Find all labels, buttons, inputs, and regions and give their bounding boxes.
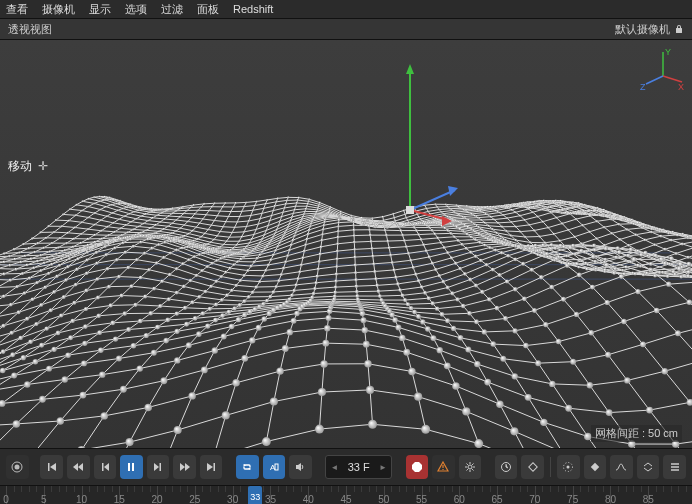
ruler-tick-minor — [512, 486, 513, 492]
ruler-tick-minor — [331, 486, 332, 492]
menu-panel[interactable]: 面板 — [197, 2, 219, 17]
pause-button[interactable] — [120, 455, 143, 479]
sound-button[interactable] — [289, 455, 312, 479]
ruler-tick-minor — [97, 486, 98, 492]
svg-point-19 — [468, 465, 472, 469]
next-key-button[interactable] — [173, 455, 196, 479]
ruler-tick-minor — [490, 486, 491, 492]
timeline-ruler[interactable]: 051015202530354045505560657075808533 — [0, 485, 692, 504]
svg-marker-16 — [412, 462, 422, 472]
ruler-tick-minor — [391, 486, 392, 492]
ruler-tick-minor — [618, 486, 619, 492]
grid-spacing-label: 网格间距 : 50 cm — [591, 425, 682, 442]
frame-decrement-icon[interactable]: ◄ — [330, 463, 338, 472]
ruler-tick-label: 30 — [227, 494, 238, 504]
ruler-tick-minor — [444, 486, 445, 492]
ruler-tick-minor — [263, 486, 264, 492]
goto-end-button[interactable] — [200, 455, 223, 479]
frame-increment-icon[interactable]: ► — [379, 463, 387, 472]
loop-button[interactable] — [236, 455, 259, 479]
menu-display[interactable]: 显示 — [89, 2, 111, 17]
camera-selector[interactable]: 默认摄像机 — [615, 22, 670, 37]
ruler-tick-minor — [656, 486, 657, 492]
ruler-tick-minor — [558, 486, 559, 492]
svg-rect-21 — [528, 463, 536, 471]
svg-line-9 — [646, 76, 663, 84]
mesh-canvas — [0, 40, 692, 448]
keyframe-button[interactable] — [521, 455, 544, 479]
ruler-tick-minor — [678, 486, 679, 492]
svg-rect-12 — [128, 463, 130, 471]
ruler-tick-minor — [399, 486, 400, 492]
svg-point-11 — [15, 465, 20, 470]
viewport[interactable]: 移动✛ Y X Z 网格间距 : 50 cm — [0, 40, 692, 448]
ruler-tick-label: 40 — [303, 494, 314, 504]
fcurve-button[interactable] — [610, 455, 633, 479]
current-frame-field[interactable]: ◄ 33 F ► — [325, 455, 391, 479]
viewport-title: 透视视图 — [8, 22, 52, 37]
ruler-tick-minor — [293, 486, 294, 492]
warning-button[interactable] — [432, 455, 455, 479]
ruler-tick-minor — [338, 486, 339, 492]
menu-redshift[interactable]: Redshift — [233, 3, 273, 15]
ruler-tick-minor — [301, 486, 302, 492]
ruler-tick-minor — [633, 486, 634, 492]
ruler-tick-label: 60 — [454, 494, 465, 504]
ruler-tick-label: 0 — [3, 494, 9, 504]
ruler-tick-minor — [316, 486, 317, 492]
ruler-tick-minor — [210, 486, 211, 492]
lock-icon[interactable] — [674, 24, 684, 34]
ruler-tick-minor — [626, 486, 627, 492]
ruler-tick-minor — [565, 486, 566, 492]
ruler-tick-minor — [165, 486, 166, 492]
expand-button[interactable] — [637, 455, 660, 479]
ruler-tick-label: 45 — [340, 494, 351, 504]
ruler-tick-minor — [150, 486, 151, 492]
ruler-tick-minor — [520, 486, 521, 492]
clock-button[interactable] — [495, 455, 518, 479]
playhead[interactable]: 33 — [248, 486, 262, 504]
prev-key-button[interactable] — [67, 455, 90, 479]
ruler-tick-minor — [89, 486, 90, 492]
settings-button[interactable] — [459, 455, 482, 479]
menu-camera[interactable]: 摄像机 — [42, 2, 75, 17]
ruler-tick-label: 5 — [41, 494, 47, 504]
menu-button[interactable] — [663, 455, 686, 479]
ruler-tick-minor — [202, 486, 203, 492]
ruler-tick-minor — [686, 486, 687, 492]
ruler-tick-minor — [286, 486, 287, 492]
stop-render-button[interactable] — [406, 455, 429, 479]
record-button[interactable] — [6, 455, 29, 479]
menu-view[interactable]: 查看 — [6, 2, 28, 17]
menubar: 查看 摄像机 显示 选项 过滤 面板 Redshift — [0, 0, 692, 19]
ruler-tick-minor — [406, 486, 407, 492]
svg-rect-18 — [443, 469, 444, 470]
ruler-tick-label: 20 — [152, 494, 163, 504]
ruler-tick-minor — [580, 486, 581, 492]
ruler-tick-minor — [671, 486, 672, 492]
pivot-button[interactable] — [557, 455, 580, 479]
autokey-button[interactable]: A — [263, 455, 286, 479]
prev-frame-button[interactable] — [94, 455, 117, 479]
ruler-tick-minor — [66, 486, 67, 492]
goto-start-button[interactable] — [40, 455, 63, 479]
ruler-tick-minor — [180, 486, 181, 492]
menu-options[interactable]: 选项 — [125, 2, 147, 17]
ruler-tick-label: 10 — [76, 494, 87, 504]
move-cross-icon: ✛ — [38, 159, 47, 173]
ruler-tick-minor — [595, 486, 596, 492]
ruler-tick-minor — [467, 486, 468, 492]
axis-orientation-widget[interactable]: Y X Z — [640, 46, 686, 92]
marker-button[interactable] — [584, 455, 607, 479]
ruler-tick-minor — [603, 486, 604, 492]
next-frame-button[interactable] — [147, 455, 170, 479]
ruler-tick-minor — [414, 486, 415, 492]
separator — [550, 457, 551, 477]
menu-filter[interactable]: 过滤 — [161, 2, 183, 17]
ruler-tick-minor — [482, 486, 483, 492]
ruler-tick-minor — [588, 486, 589, 492]
ruler-tick-minor — [240, 486, 241, 492]
ruler-tick-minor — [36, 486, 37, 492]
ruler-tick-minor — [550, 486, 551, 492]
ruler-tick-minor — [278, 486, 279, 492]
